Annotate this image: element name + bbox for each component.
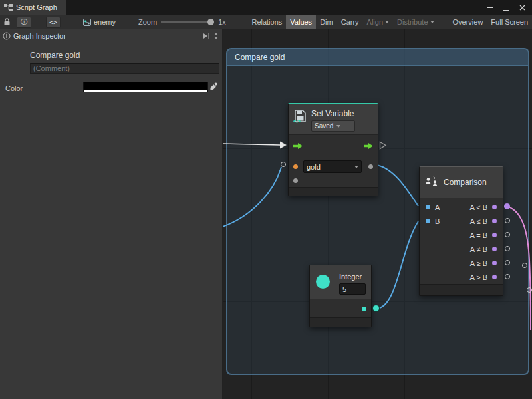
chevron-down-icon	[336, 125, 340, 128]
code-icon: <>	[49, 19, 57, 26]
comparison-row: A = B	[420, 228, 503, 242]
minimize-icon	[487, 7, 493, 8]
value-output-port[interactable]	[368, 164, 373, 169]
scroll-arrows[interactable]	[214, 33, 218, 39]
output-a-eq-b-port[interactable]	[492, 233, 497, 237]
graph-inspector-header[interactable]: Graph Inspector	[0, 29, 222, 43]
output-a-less-b-port[interactable]	[492, 205, 497, 209]
graph-asset-icon	[83, 19, 91, 26]
toolbar-spacer	[438, 15, 449, 29]
title-bar: Script Graph	[0, 0, 532, 15]
value-input-port[interactable]	[293, 178, 298, 183]
maximize-icon	[503, 5, 509, 11]
overview-button[interactable]: Overview	[449, 15, 487, 29]
zoom-slider-track[interactable]	[161, 21, 214, 23]
flow-continue-port[interactable]	[379, 141, 387, 150]
full-screen-button[interactable]: Full Screen	[487, 15, 532, 29]
output-a-neq-b-port[interactable]	[492, 247, 497, 251]
inspector-header-controls	[203, 33, 219, 39]
lock-button[interactable]	[0, 15, 14, 29]
set-variable-header[interactable]: <> Set Variable Saved	[289, 104, 378, 135]
comparison-title: Comparison	[444, 178, 487, 187]
setvar-left-port[interactable]	[281, 162, 286, 167]
integer-output-port[interactable]	[373, 305, 379, 311]
align-button[interactable]: Align	[363, 15, 393, 29]
variable-select-dropdown[interactable]: gold	[303, 160, 362, 173]
flow-output-port[interactable]	[364, 142, 374, 150]
integer-value-input[interactable]: 5	[339, 283, 366, 295]
zoom-label: Zoom	[138, 18, 157, 26]
breadcrumb-label: enemy	[94, 18, 116, 26]
dim-button[interactable]: Dim	[316, 15, 337, 29]
group-title: Compare gold	[235, 53, 285, 62]
code-view-button[interactable]: <>	[46, 17, 61, 28]
comparison-row: A ≥ B	[420, 256, 503, 270]
integer-title: Integer	[339, 273, 362, 281]
values-button[interactable]: Values	[286, 15, 316, 29]
eyedropper-button[interactable]	[209, 82, 218, 91]
integer-header[interactable]: Integer 5	[310, 265, 371, 299]
comparison-out-port[interactable]	[505, 232, 510, 237]
output-a-lte-b-port[interactable]	[492, 219, 497, 223]
save-variable-icon: <>	[293, 108, 308, 124]
output-a-gte-b-port[interactable]	[492, 261, 497, 265]
comparison-out-port-connected[interactable]	[504, 203, 510, 209]
variable-kind-dropdown[interactable]: Saved	[311, 120, 355, 132]
node-footer	[420, 284, 503, 295]
output-a-gt-b-port[interactable]	[492, 275, 497, 279]
node-integer[interactable]: Integer 5	[309, 265, 372, 327]
maximize-button[interactable]	[501, 0, 511, 15]
comparison-out-port[interactable]	[505, 274, 510, 279]
comparison-row: A > B	[420, 270, 503, 284]
comparison-out-port[interactable]	[505, 260, 510, 265]
breadcrumb[interactable]: enemy	[83, 18, 116, 26]
integer-output-dot[interactable]	[362, 307, 366, 311]
group-header[interactable]: Compare gold	[227, 49, 528, 66]
window-controls	[485, 0, 532, 15]
comparison-row: A ≠ B	[420, 242, 503, 256]
input-a-port[interactable]	[426, 205, 430, 209]
color-alpha-bar	[84, 90, 207, 92]
flow-input-port[interactable]	[293, 142, 303, 150]
edge-port[interactable]	[527, 287, 532, 293]
integer-type-icon	[316, 275, 330, 289]
carry-button[interactable]: Carry	[337, 15, 363, 29]
zoom-control: Zoom 1x	[138, 18, 226, 26]
node-set-variable[interactable]: <> Set Variable Saved gold	[288, 103, 378, 196]
scroll-down-icon	[214, 37, 218, 39]
node-footer	[310, 317, 371, 327]
graph-inspector-panel: Graph Inspector Compare gold Color	[0, 29, 223, 399]
inspector-body: Compare gold Color	[0, 43, 222, 399]
eyedropper-icon	[209, 82, 218, 91]
script-graph-icon	[4, 4, 13, 11]
inspector-title: Graph Inspector	[13, 32, 66, 40]
toolbar-buttons: Relations Values Dim Carry Align Distrib…	[247, 15, 532, 29]
zoom-slider-knob[interactable]	[207, 19, 214, 25]
comment-input[interactable]	[30, 63, 219, 74]
variable-name-port[interactable]	[293, 164, 298, 169]
edge-port[interactable]	[522, 263, 527, 268]
node-comparison[interactable]: Comparison A A < B B A ≤ B	[419, 166, 503, 296]
inspector-toggle-button[interactable]: ⓘ	[17, 17, 31, 28]
collapse-panel-icon[interactable]	[203, 33, 210, 39]
graph-canvas[interactable]: Compare gold <> Set Variable	[223, 29, 532, 399]
input-b-port[interactable]	[426, 219, 430, 223]
comparison-icon	[425, 176, 439, 189]
script-graph-window: Script Graph ⓘ <>	[0, 0, 532, 399]
distribute-button[interactable]: Distribute	[393, 15, 438, 29]
tab-script-graph[interactable]: Script Graph	[0, 0, 66, 15]
minimize-button[interactable]	[485, 0, 495, 15]
info-icon: ⓘ	[21, 17, 27, 27]
comparison-out-port[interactable]	[505, 218, 510, 223]
relations-button[interactable]: Relations	[247, 15, 286, 29]
zoom-slider[interactable]	[161, 19, 214, 25]
comparison-rows: A A < B B A ≤ B A = B	[420, 200, 503, 284]
chevron-down-icon	[354, 166, 358, 168]
close-icon	[519, 5, 525, 11]
close-button[interactable]	[517, 0, 527, 15]
lock-icon	[3, 18, 11, 26]
comparison-row: B A ≤ B	[420, 214, 503, 228]
color-swatch[interactable]	[83, 82, 208, 92]
comparison-out-port[interactable]	[505, 246, 510, 251]
comparison-header[interactable]: Comparison	[420, 167, 503, 198]
